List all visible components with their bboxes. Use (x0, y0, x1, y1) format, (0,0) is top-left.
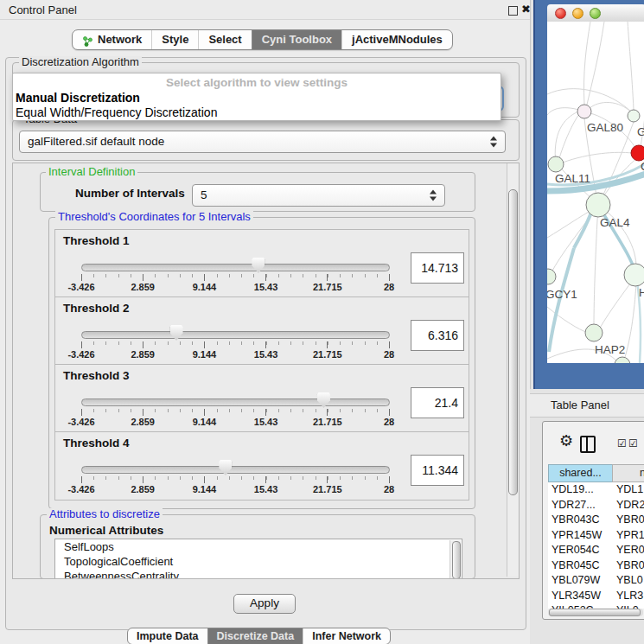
major-tick (204, 341, 205, 348)
tab-infer-network[interactable]: Infer Network (303, 628, 390, 644)
close-button[interactable] (555, 8, 566, 19)
panel-vertical-scrollbar[interactable] (507, 163, 519, 577)
tick-label: 15.43 (254, 282, 278, 292)
attribute-item[interactable]: TopologicalCoefficient (55, 554, 462, 569)
dropdown-option-equal-width[interactable]: Equal Width/Frequency Discretization (16, 105, 217, 119)
tab-label: Cyni Toolbox (262, 30, 332, 49)
major-tick (81, 409, 82, 416)
major-tick (327, 341, 328, 348)
network-node-red[interactable] (631, 145, 644, 161)
tab-label: jActiveMNodules (352, 30, 443, 49)
attributes-list-scrollbar[interactable] (450, 540, 461, 579)
major-tick (389, 274, 390, 281)
slider-ticks (81, 341, 389, 349)
table-rows: YDL19...YDL1YDR27...YDR2YBR043CYBR0YPR14… (548, 482, 644, 609)
slider-tick-labels: -3.4262.8599.14415.4321.71528 (81, 417, 389, 428)
network-node-partial-bottom[interactable] (615, 357, 630, 363)
scrollbar-thumb[interactable] (549, 609, 641, 616)
threshold-4-label: Threshold 4 (63, 437, 130, 450)
split-view-icon[interactable] (580, 436, 596, 453)
threshold-3-value-field[interactable]: 21.4 (411, 387, 464, 418)
threshold-4-slider-track[interactable] (81, 466, 390, 474)
network-node-gcy1[interactable] (547, 269, 556, 284)
tab-style[interactable]: Style (151, 30, 198, 49)
tab-network[interactable]: Network (73, 30, 151, 49)
network-node-hap2[interactable] (585, 324, 603, 341)
network-node-top-right[interactable] (628, 110, 640, 122)
threshold-1-value-field[interactable]: 14.713 (411, 252, 464, 284)
interval-definition-label: Interval Definition (46, 166, 137, 178)
network-node-label: C (641, 160, 644, 173)
network-window-titlebar (547, 4, 644, 22)
major-tick (327, 274, 328, 281)
table-row[interactable]: YPR145WYPR1 (548, 528, 644, 544)
table-panel-titlebar: Table Panel (530, 393, 644, 418)
threshold-2-value-field[interactable]: 6.316 (411, 320, 464, 351)
network-node-label: GAL80 (587, 121, 623, 134)
slider-tick-labels: -3.4262.8599.14415.4321.71528 (81, 349, 389, 360)
table-data-combobox[interactable]: galFiltered.sif default node (19, 131, 506, 153)
cell-name: YER0 (616, 543, 644, 558)
dropdown-option-manual[interactable]: Manual Discretization (16, 91, 140, 105)
table-horizontal-scrollbar[interactable] (548, 609, 643, 616)
column-header-name[interactable]: na (612, 464, 644, 482)
tab-cyni-toolbox[interactable]: Cyni Toolbox (252, 30, 341, 49)
cell-shared-name: YLR345W (552, 589, 601, 604)
network-node-gal80[interactable] (577, 105, 591, 118)
tick-label: 9.144 (193, 484, 217, 494)
major-tick (204, 476, 205, 483)
table-row[interactable]: YLR345WYLR3 (548, 589, 644, 604)
column-header-shared-name[interactable]: shared... (548, 464, 613, 482)
algorithm-dropdown-popup: Select algorithm to view settings Manual… (12, 73, 501, 121)
major-tick (143, 274, 143, 281)
gear-icon[interactable]: ⚙ (559, 431, 573, 450)
cell-shared-name: YBR045C (552, 558, 600, 574)
network-canvas[interactable]: GAL80GACGAL11GAL4GCY1HHAP2 (547, 22, 644, 363)
float-window-icon[interactable] (508, 6, 518, 16)
attribute-item[interactable]: SelfLoops (55, 539, 462, 554)
network-node-h[interactable] (624, 264, 644, 286)
threshold-1-slider-track[interactable] (81, 264, 390, 271)
scrollbar-thumb[interactable] (452, 541, 461, 579)
network-node-gal11[interactable] (548, 156, 564, 172)
attribute-item[interactable]: BetweennessCentrality (55, 569, 462, 579)
close-icon[interactable]: ✖ (521, 3, 531, 16)
threshold-1-panel: Threshold 1 -3.4262.8599.14415.4321.7152… (54, 229, 469, 298)
settings-scroll-panel: Interval Definition Number of Intervals … (12, 163, 520, 579)
major-tick (81, 341, 82, 348)
minimize-button[interactable] (572, 8, 583, 19)
checkbox-icon[interactable]: ☑ (628, 437, 638, 450)
zoom-button[interactable] (590, 8, 601, 19)
major-tick (265, 476, 266, 483)
cell-shared-name: YBL079W (552, 573, 600, 589)
threshold-2-slider-track[interactable] (81, 331, 390, 339)
table-row[interactable]: YBR043CYBR0 (548, 513, 644, 528)
table-row[interactable]: YBR045CYBR0 (548, 558, 644, 574)
threshold-4-value-field[interactable]: 11.344 (411, 455, 464, 486)
tab-impute-data[interactable]: Impute Data (128, 628, 207, 644)
tick-label: 15.43 (254, 349, 278, 360)
slider-ticks (81, 274, 389, 282)
tab-jactivemnodules[interactable]: jActiveMNodules (341, 30, 452, 49)
cell-shared-name: YPR145W (552, 528, 602, 544)
table-row[interactable]: YER054CYER0 (548, 543, 644, 558)
scrollbar-thumb[interactable] (508, 189, 518, 495)
apply-button[interactable]: Apply (233, 594, 296, 614)
major-tick (143, 409, 143, 416)
cell-name: YLR3 (616, 589, 643, 604)
number-of-intervals-combobox[interactable]: 5 (192, 184, 445, 207)
tick-label: 21.715 (313, 417, 342, 427)
tick-label: 28 (384, 417, 394, 427)
tab-label: Style (162, 30, 188, 49)
network-node-gal4[interactable] (586, 193, 610, 217)
table-row[interactable]: YBL079WYBL0 (548, 573, 644, 589)
checkbox-icon[interactable]: ☑ (617, 437, 627, 450)
tab-discretize-data[interactable]: Discretize Data (207, 628, 303, 644)
threshold-3-slider-track[interactable] (81, 399, 390, 406)
tick-label: 21.715 (313, 484, 342, 494)
tick-label: 2.859 (131, 417, 155, 427)
threshold-3-label: Threshold 3 (63, 369, 130, 382)
table-row[interactable]: YDR27...YDR2 (548, 498, 644, 513)
table-row[interactable]: YDL19...YDL1 (548, 482, 644, 498)
tab-select[interactable]: Select (198, 30, 251, 49)
